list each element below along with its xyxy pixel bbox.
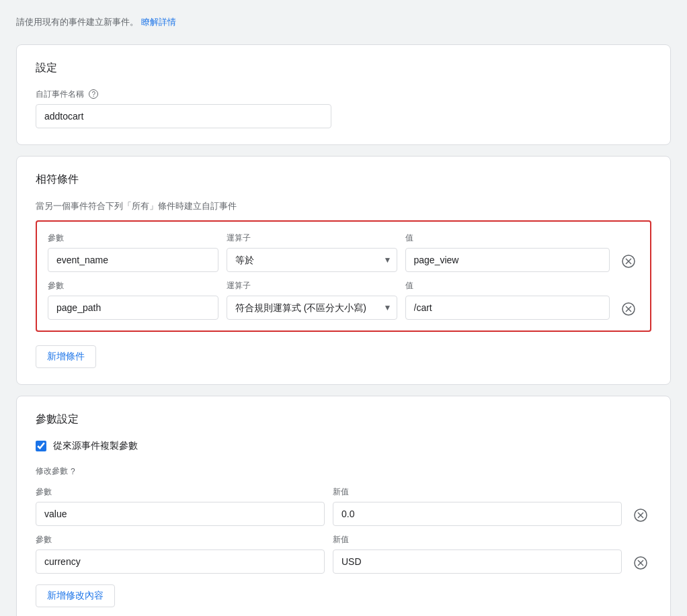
condition-row-1: 參數 運算子 等於 不等於 包含 不包含 符合規則運算式 (不區分大小寫) ▼ [48, 232, 639, 272]
param-2-field-label: 參數 [36, 534, 325, 545]
conditions-highlight-box: 參數 運算子 等於 不等於 包含 不包含 符合規則運算式 (不區分大小寫) ▼ [36, 220, 651, 332]
condition-1-remove-icon [622, 255, 635, 268]
notice-link[interactable]: 瞭解詳情 [141, 17, 176, 27]
condition-2-remove-icon [622, 302, 635, 316]
condition-2-remove-button[interactable] [619, 300, 638, 318]
notice-text: 請使用現有的事件建立新事件。 [16, 17, 138, 27]
param-2-remove-button[interactable] [631, 554, 650, 572]
condition-1-operator-label: 運算子 [227, 232, 397, 244]
condition-2-value-label: 值 [405, 280, 610, 292]
param-1-remove-icon [634, 509, 647, 522]
add-condition-button[interactable]: 新增條件 [36, 345, 96, 368]
condition-1-value-label: 值 [405, 232, 610, 244]
matching-description: 當另一個事件符合下列「所有」條件時建立自訂事件 [36, 200, 651, 212]
param-1-remove-button[interactable] [631, 506, 650, 525]
condition-2-operator-label: 運算子 [227, 280, 397, 292]
settings-card: 設定 自訂事件名稱 ? [16, 44, 671, 145]
condition-1-value-input[interactable] [405, 248, 610, 272]
param-1-newval-col: 新值 [333, 486, 622, 526]
condition-2-operator-wrapper: 等於 不等於 包含 不包含 符合規則運算式 (不區分大小寫) ▼ [227, 296, 397, 320]
top-notice: 請使用現有的事件建立新事件。 瞭解詳情 [16, 11, 671, 34]
param-2-remove-col [630, 554, 651, 574]
condition-1-remove-button[interactable] [619, 252, 638, 271]
settings-title: 設定 [36, 61, 651, 75]
param-1-field-col: 參數 [36, 486, 325, 526]
condition-1-value-col: 值 [405, 232, 610, 272]
condition-1-operator-wrapper: 等於 不等於 包含 不包含 符合規則運算式 (不區分大小寫) ▼ [227, 248, 397, 272]
param-1-newval-label: 新值 [333, 486, 622, 498]
condition-1-remove-col [618, 252, 639, 272]
param-row-2: 參數 新值 [36, 534, 651, 574]
condition-2-operator-col: 運算子 等於 不等於 包含 不包含 符合規則運算式 (不區分大小寫) ▼ [227, 280, 397, 320]
param-2-field-col: 參數 [36, 534, 325, 574]
condition-1-operator-select[interactable]: 等於 不等於 包含 不包含 符合規則運算式 (不區分大小寫) [227, 248, 397, 272]
param-1-remove-col [630, 506, 651, 526]
param-2-newval-col: 新值 [333, 534, 622, 574]
param-1-field-input[interactable] [36, 502, 325, 526]
params-title: 參數設定 [36, 412, 651, 427]
param-2-field-input[interactable] [36, 549, 325, 574]
condition-2-remove-col [618, 300, 639, 320]
condition-2-value-input[interactable] [405, 296, 610, 320]
condition-2-value-col: 值 [405, 280, 610, 320]
copy-params-row: 從來源事件複製參數 [36, 440, 651, 452]
condition-row-2: 參數 運算子 等於 不等於 包含 不包含 符合規則運算式 (不區分大小寫) ▼ [48, 280, 639, 320]
params-card: 參數設定 從來源事件複製參數 修改參數 ? 參數 新值 [16, 396, 671, 616]
param-1-field-label: 參數 [36, 486, 325, 498]
condition-2-param-label: 參數 [48, 280, 218, 292]
param-row-1: 參數 新值 [36, 486, 651, 526]
matching-title: 相符條件 [36, 173, 651, 187]
condition-1-param-label: 參數 [48, 232, 218, 244]
condition-1-param-col: 參數 [48, 232, 218, 272]
event-name-input[interactable] [36, 104, 331, 128]
modify-params-help-icon[interactable]: ? [71, 467, 75, 476]
param-2-remove-icon [634, 556, 647, 570]
condition-2-param-input[interactable] [48, 296, 218, 320]
param-2-newval-label: 新值 [333, 534, 622, 545]
copy-params-checkbox[interactable] [36, 441, 46, 451]
add-modify-button[interactable]: 新增修改內容 [36, 584, 115, 607]
param-1-newval-input[interactable] [333, 502, 622, 526]
condition-1-operator-col: 運算子 等於 不等於 包含 不包含 符合規則運算式 (不區分大小寫) ▼ [227, 232, 397, 272]
copy-params-label: 從來源事件複製參數 [53, 440, 138, 452]
param-2-newval-input[interactable] [333, 549, 622, 574]
condition-2-operator-select[interactable]: 等於 不等於 包含 不包含 符合規則運算式 (不區分大小寫) [227, 296, 397, 320]
event-name-label: 自訂事件名稱 ? [36, 89, 331, 100]
condition-1-param-input[interactable] [48, 248, 218, 272]
matching-card: 相符條件 當另一個事件符合下列「所有」條件時建立自訂事件 參數 運算子 等於 不… [16, 156, 671, 385]
modify-params-label: 修改參數 ? [36, 466, 651, 477]
event-name-help-icon[interactable]: ? [89, 89, 98, 99]
condition-2-param-col: 參數 [48, 280, 218, 320]
